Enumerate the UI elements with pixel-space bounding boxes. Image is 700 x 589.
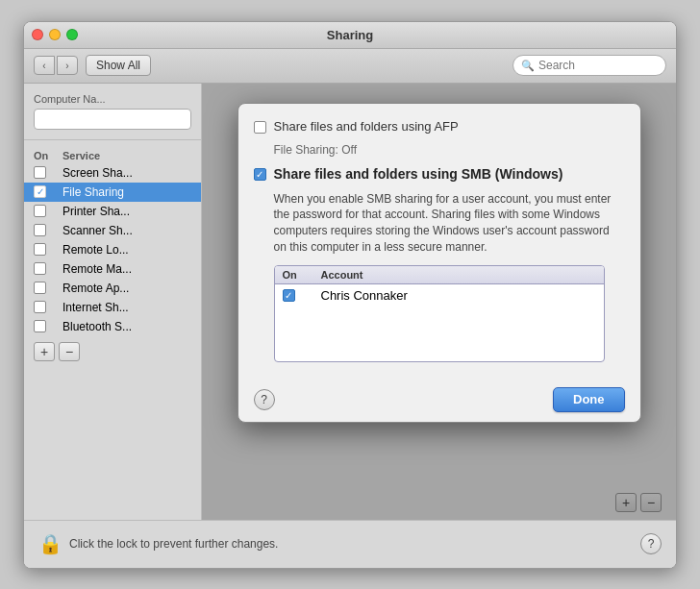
lock-icon[interactable]: 🔒	[38, 530, 62, 557]
search-box: 🔍	[512, 55, 666, 76]
done-button[interactable]: Done	[553, 387, 625, 412]
main-window: Sharing ‹ › Show All 🔍 Computer Na... On…	[23, 21, 677, 569]
computer-name-input[interactable]	[34, 109, 191, 130]
window-title: Sharing	[327, 28, 373, 42]
smb-checkbox[interactable]: ✓	[254, 168, 266, 181]
screen-sharing-checkbox[interactable]	[34, 166, 46, 179]
internet-sharing-checkbox[interactable]	[34, 301, 46, 313]
sidebar-bottom-buttons: + −	[24, 336, 201, 361]
modal-help-button[interactable]: ?	[254, 389, 275, 410]
afp-row: Share files and folders using AFP	[254, 119, 625, 134]
modal-footer: ? Done	[238, 378, 640, 422]
search-icon: 🔍	[521, 60, 535, 72]
toolbar: ‹ › Show All 🔍	[24, 49, 676, 84]
modal-overlay: Share files and folders using AFP File S…	[202, 84, 676, 520]
forward-button[interactable]: ›	[57, 56, 78, 75]
sidebar-item-remote-login[interactable]: Remote Lo...	[24, 240, 201, 259]
screen-sharing-label: Screen Sha...	[62, 166, 133, 180]
smb-label: Share files and folders using SMB (Windo…	[274, 166, 563, 182]
remote-management-label: Remote Ma...	[62, 262, 132, 276]
smb-description: When you enable SMB sharing for a user a…	[274, 191, 625, 256]
add-service-button[interactable]: +	[34, 342, 55, 361]
accounts-table-header: On Account	[275, 266, 604, 284]
accounts-table-body: ✓ Chris Connaker	[275, 284, 604, 361]
help-button[interactable]: ?	[640, 533, 662, 554]
sidebar-item-remote-apple-events[interactable]: Remote Ap...	[24, 279, 201, 298]
bottom-bar: 🔒 Click the lock to prevent further chan…	[24, 520, 676, 568]
afp-checkbox[interactable]	[254, 121, 266, 134]
search-input[interactable]	[538, 59, 658, 72]
computer-name-label: Computer Na...	[34, 93, 191, 105]
sidebar-item-bluetooth-sharing[interactable]: Bluetooth S...	[24, 317, 201, 336]
file-sharing-label: File Sharing	[62, 185, 124, 199]
titlebar: Sharing	[24, 22, 676, 49]
close-button[interactable]	[32, 29, 43, 40]
smb-row: ✓ Share files and folders using SMB (Win…	[254, 166, 625, 182]
accounts-table: On Account ✓ Chris Connaker	[274, 265, 605, 362]
content-area: Computer Na... On Service Screen Sha... …	[24, 84, 676, 520]
options-modal: Share files and folders using AFP File S…	[238, 103, 641, 423]
sidebar-item-printer-sharing[interactable]: Printer Sha...	[24, 202, 201, 221]
col-on-header: On	[34, 150, 62, 161]
service-list-header: On Service	[24, 148, 201, 163]
file-sharing-checkbox[interactable]: ✓	[34, 185, 46, 198]
remote-apple-events-checkbox[interactable]	[34, 282, 46, 294]
internet-sharing-label: Internet Sh...	[62, 301, 129, 314]
afp-label: Share files and folders using AFP	[274, 119, 459, 134]
modal-content: Share files and folders using AFP File S…	[238, 104, 640, 378]
table-col-on-header: On	[283, 269, 321, 281]
sidebar-item-screen-sharing[interactable]: Screen Sha...	[24, 163, 201, 183]
scanner-sharing-label: Scanner Sh...	[62, 224, 133, 237]
sidebar-item-remote-management[interactable]: Remote Ma...	[24, 259, 201, 279]
remote-apple-events-label: Remote Ap...	[62, 282, 129, 295]
table-row[interactable]: ✓ Chris Connaker	[275, 284, 604, 307]
back-button[interactable]: ‹	[34, 56, 55, 75]
remote-management-checkbox[interactable]	[34, 262, 46, 275]
scanner-sharing-checkbox[interactable]	[34, 224, 46, 236]
computer-name-section: Computer Na...	[24, 93, 201, 140]
minimize-button[interactable]	[49, 29, 61, 40]
show-all-button[interactable]: Show All	[86, 55, 151, 76]
sidebar-item-scanner-sharing[interactable]: Scanner Sh...	[24, 221, 201, 240]
remove-service-button[interactable]: −	[59, 342, 80, 361]
main-panel: Share files and folders using AFP File S…	[202, 84, 676, 520]
nav-buttons: ‹ ›	[34, 56, 78, 75]
lock-text: Click the lock to prevent further change…	[69, 537, 278, 551]
sidebar-item-file-sharing[interactable]: ✓ File Sharing	[24, 183, 201, 202]
remote-login-checkbox[interactable]	[34, 243, 46, 256]
bluetooth-sharing-label: Bluetooth S...	[62, 320, 132, 333]
bluetooth-sharing-checkbox[interactable]	[34, 320, 46, 332]
printer-sharing-checkbox[interactable]	[34, 205, 46, 217]
col-service-header: Service	[62, 150, 191, 161]
account-name: Chris Connaker	[321, 288, 596, 303]
zoom-button[interactable]	[66, 29, 78, 40]
table-col-account-header: Account	[321, 269, 596, 281]
sidebar-item-internet-sharing[interactable]: Internet Sh...	[24, 298, 201, 317]
account-row-checkbox[interactable]: ✓	[283, 289, 295, 302]
printer-sharing-label: Printer Sha...	[62, 205, 130, 218]
sidebar: Computer Na... On Service Screen Sha... …	[24, 84, 202, 520]
remote-login-label: Remote Lo...	[62, 243, 129, 257]
afp-status: File Sharing: Off	[274, 143, 625, 157]
traffic-lights	[32, 29, 78, 40]
